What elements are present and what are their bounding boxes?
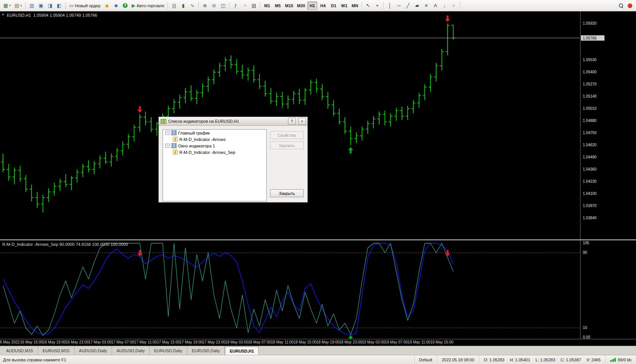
templates-button[interactable]: ▨ — [250, 2, 258, 10]
crosshair-tool-button[interactable]: + — [373, 2, 381, 10]
toolbar-group: ▥▣◨◧ — [27, 0, 64, 11]
timeframe-m1[interactable]: M1 — [262, 2, 272, 10]
indicator-tree[interactable]: −Главный графикƒR-M-D_Indicator -Arrows−… — [163, 129, 267, 201]
chart-tab-audusd-daily[interactable]: AUDUSD,Daily — [74, 346, 112, 355]
one-click-trading-toggle[interactable]: ▾ — [2, 13, 4, 16]
indicator-subwindow[interactable]: 10590100.00 — [0, 241, 636, 339]
toolbar-separator — [65, 2, 66, 9]
time-axis-label: 18 May 07:00 — [248, 340, 271, 344]
tree-item[interactable]: −Главный график — [163, 130, 266, 136]
help-button[interactable]: ? — [121, 2, 130, 10]
community-button[interactable]: ☻ — [112, 2, 120, 10]
tree-item[interactable]: ƒR-M-D_Indicator -Arrows — [163, 136, 266, 142]
vertical-line-tool-icon: │ — [388, 3, 391, 8]
chart-tab-audusd-daily[interactable]: AUDUSD,Daily — [112, 346, 150, 355]
search-button[interactable] — [617, 2, 625, 10]
dialog-titlebar[interactable]: Список индикаторов на EURUSD,H1 ? × — [159, 117, 307, 126]
svg-text:1.05920: 1.05920 — [583, 21, 597, 25]
cursor-tool-icon: ↖ — [366, 3, 370, 8]
chart-tab-audusd-m15[interactable]: AUDUSD,M15 — [2, 346, 38, 355]
time-axis-label: 19 May 07:00 — [385, 340, 408, 344]
dialog-close-icon[interactable]: × — [298, 118, 306, 125]
chart-tab-eurusd-h1[interactable]: EURUSD,H1 — [225, 347, 259, 355]
dialog-body: −Главный графикƒR-M-D_Indicator -Arrows−… — [159, 126, 307, 203]
zoom-out-button[interactable]: ⊖ — [210, 2, 218, 10]
time-axis-label: 18 May 19:00 — [316, 340, 340, 344]
timeframe-m5[interactable]: M5 — [273, 2, 283, 10]
tree-item[interactable]: −Окно индикатора 1 — [163, 142, 266, 149]
svg-text:10: 10 — [583, 326, 587, 330]
text-tool[interactable]: A — [431, 2, 440, 10]
chart-tab-eurusd-m15[interactable]: EURUSD,M15 — [38, 346, 74, 355]
timeframe-mn[interactable]: MN — [350, 2, 360, 10]
close-button[interactable]: Закрыть — [270, 189, 304, 197]
horizontal-line-tool[interactable]: ─ — [395, 2, 403, 10]
navigator-button[interactable]: ◨ — [46, 2, 54, 10]
indicator-label: R-M-D_Indicator -Arrows_Sep 90.0000 74.8… — [2, 242, 128, 247]
bar-chart-button[interactable]: ||| — [170, 2, 178, 10]
status-ohlc: O: 1.05283H: 1.05401L: 1.05283C: 1.05387… — [479, 355, 605, 364]
help-icon: ? — [123, 3, 128, 8]
tree-expander-icon[interactable]: − — [165, 131, 169, 135]
channel-tool[interactable]: ▰ — [413, 2, 421, 10]
candle-chart-button[interactable]: ▮ — [179, 2, 187, 10]
timeframe-w1[interactable]: W1 — [339, 2, 349, 10]
time-axis-label: 17 May 19:00 — [180, 340, 203, 344]
chart-tab-eurusd-daily[interactable]: EURUSD,Daily — [187, 346, 225, 355]
timeframe-d1-label: D1 — [331, 3, 336, 8]
new-order-button[interactable]: ▭Новый ордер — [68, 2, 102, 10]
notifications-button[interactable] — [626, 2, 634, 10]
data-window-button[interactable]: ▣ — [37, 2, 45, 10]
periods-button[interactable]: ◔ — [240, 2, 249, 10]
toolbar: ▦▾▤▾▥▣◨◧▭Новый ордер◆☻?▶Авто-торговля|||… — [0, 0, 636, 11]
zoom-in-button[interactable]: ⊕ — [201, 2, 209, 10]
line-chart-button[interactable]: ∿ — [188, 2, 196, 10]
svg-text:90: 90 — [583, 250, 587, 255]
channel-tool-icon: ▰ — [415, 3, 419, 8]
svg-text:0.00: 0.00 — [583, 335, 590, 339]
svg-text:1.04880: 1.04880 — [583, 119, 597, 123]
shapes-tool[interactable]: ○ — [449, 2, 458, 10]
svg-text:1.04360: 1.04360 — [583, 167, 597, 171]
timeframe-h1[interactable]: H1 — [307, 2, 317, 10]
tile-windows-button[interactable]: ◫ — [219, 2, 227, 10]
arrow-tool[interactable]: ↓ — [440, 2, 449, 10]
main-chart[interactable]: 1.059201.055301.054001.052701.051401.050… — [0, 11, 636, 239]
terminal-button[interactable]: ◧ — [55, 2, 63, 10]
cursor-tool-button[interactable]: ↖ — [364, 2, 372, 10]
tree-item[interactable]: ƒR-M-D_Indicator -Arrows_Sep — [163, 149, 266, 155]
properties-button[interactable]: Свойства — [270, 131, 304, 139]
timeframe-m30[interactable]: M30 — [296, 2, 307, 10]
autotrading-button[interactable]: ▶Авто-торговля — [130, 2, 166, 10]
new-chart-button[interactable]: ▦▾ — [2, 2, 12, 10]
periods-icon: ◔ — [243, 3, 246, 8]
trendline-tool[interactable]: ╱ — [404, 2, 412, 10]
svg-text:1.05010: 1.05010 — [583, 106, 597, 111]
timeframe-m15[interactable]: M15 — [283, 2, 294, 10]
data-window-icon: ▣ — [38, 3, 43, 8]
svg-text:1.05140: 1.05140 — [583, 94, 597, 98]
dialog-help-button[interactable]: ? — [288, 118, 296, 125]
time-axis-label: 16 May 15:00 — [20, 340, 43, 344]
chart-quote-label: EURUSD,H1 1.05904 1.05904 1.05749 1.0576… — [7, 13, 97, 17]
toolbar-separator — [460, 2, 460, 9]
market-watch-button[interactable]: ▥ — [28, 2, 36, 10]
fibonacci-tool[interactable]: ≡ — [422, 2, 430, 10]
toolbar-separator — [229, 2, 229, 9]
time-axis-label: 19 May 03:00 — [362, 340, 385, 344]
metaeditor-button[interactable]: ◆ — [103, 2, 111, 10]
timeframe-d1[interactable]: D1 — [329, 2, 339, 10]
svg-text:1.04750: 1.04750 — [583, 131, 597, 135]
crosshair-tool-icon: + — [376, 3, 379, 8]
indicators-button[interactable]: ƒ — [231, 2, 240, 10]
timeframe-h4[interactable]: H4 — [318, 2, 328, 10]
chart-tab-eurusd-daily[interactable]: EURUSD,Daily — [150, 346, 187, 355]
delete-button[interactable]: Удалить — [270, 141, 304, 149]
vertical-line-tool[interactable]: │ — [386, 2, 394, 10]
templates-icon: ▨ — [252, 3, 256, 8]
tree-expander-icon[interactable]: − — [165, 144, 169, 148]
status-profile[interactable]: Default — [414, 355, 437, 364]
terminal-icon: ◧ — [57, 3, 61, 8]
svg-text:1.05400: 1.05400 — [583, 70, 597, 74]
profiles-button[interactable]: ▤▾ — [13, 2, 23, 10]
